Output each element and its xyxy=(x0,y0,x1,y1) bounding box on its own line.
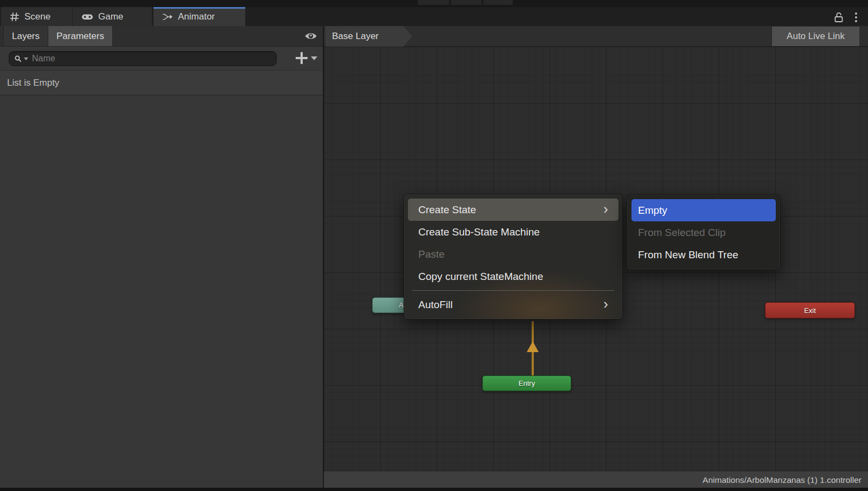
tab-label: Parameters xyxy=(56,31,104,42)
cropped-top-tab xyxy=(483,0,513,5)
window-bottom-edge xyxy=(0,488,868,491)
tab-label: Game xyxy=(98,11,123,22)
breadcrumb-base-layer[interactable]: Base Layer xyxy=(326,26,412,47)
active-tab-accent xyxy=(154,7,245,9)
plus-icon xyxy=(296,52,308,64)
menu-item-autofill[interactable]: AutoFill › xyxy=(408,294,618,316)
search-row xyxy=(0,47,323,71)
submenu-item-from-selected-clip: From Selected Clip xyxy=(631,221,776,244)
state-node-label: A xyxy=(399,301,404,309)
unlocked-padlock-icon[interactable] xyxy=(834,12,844,23)
tab-parameters[interactable]: Parameters xyxy=(48,26,113,46)
menu-item-label: Create Sub-State Machine xyxy=(418,226,540,238)
state-node-label: Exit xyxy=(804,307,816,315)
tab-label: Layers xyxy=(12,31,40,42)
window-top-edge xyxy=(0,0,868,7)
animator-toolbar: Base Layer Auto Live Link xyxy=(324,26,868,47)
menu-item-label: Empty xyxy=(638,205,667,216)
cropped-top-tab xyxy=(451,0,482,5)
menu-item-copy-current-statemachine[interactable]: Copy current StateMachine xyxy=(408,265,618,288)
tab-layers[interactable]: Layers xyxy=(3,26,48,46)
submenu-chevron-icon: › xyxy=(603,202,608,218)
auto-live-link-label: Auto Live Link xyxy=(787,31,845,42)
tab-label: Scene xyxy=(24,11,50,22)
controller-path-label: Animations/ArbolManzanas (1) 1.controlle… xyxy=(703,475,861,485)
editor-tab-bar: Scene Game Animator xyxy=(0,7,868,26)
tab-animator[interactable]: Animator xyxy=(154,7,245,26)
create-state-submenu: Empty From Selected Clip From New Blend … xyxy=(627,194,781,270)
dropdown-caret-icon xyxy=(311,56,317,60)
context-menu: Create State › Create Sub-State Machine … xyxy=(404,194,623,320)
controller-path-statusbar: Animations/ArbolManzanas (1) 1.controlle… xyxy=(324,471,868,488)
tab-label: Animator xyxy=(178,11,215,22)
unity-animator-window: Scene Game Animator xyxy=(0,0,868,491)
kebab-menu-icon[interactable] xyxy=(854,10,858,24)
search-filter-caret-icon[interactable] xyxy=(24,58,28,60)
empty-list-label: List is Empty xyxy=(7,78,59,88)
tab-game[interactable]: Game xyxy=(73,7,152,26)
tab-scene[interactable]: Scene xyxy=(1,7,72,26)
transition-arrowhead-icon xyxy=(527,341,539,352)
window-controls xyxy=(834,8,858,26)
menu-item-create-state[interactable]: Create State › xyxy=(408,199,618,221)
submenu-item-empty[interactable]: Empty xyxy=(631,199,776,221)
state-node-label: Entry xyxy=(519,379,535,387)
state-node-entry[interactable]: Entry xyxy=(482,375,571,391)
gamepad-icon xyxy=(81,12,93,21)
eye-icon xyxy=(304,31,317,41)
menu-item-label: Paste xyxy=(418,248,445,260)
menu-item-label: AutoFill xyxy=(418,299,452,311)
menu-item-label: From Selected Clip xyxy=(638,227,726,239)
search-field[interactable] xyxy=(9,51,277,66)
menu-item-label: From New Blend Tree xyxy=(638,249,738,261)
parameters-panel: List is Empty xyxy=(0,47,323,488)
submenu-item-from-new-blend-tree[interactable]: From New Blend Tree xyxy=(631,244,776,266)
state-node-exit[interactable]: Exit xyxy=(765,302,855,318)
menu-item-paste: Paste xyxy=(408,243,618,265)
visibility-toggle-button[interactable] xyxy=(299,26,323,46)
add-parameter-button[interactable] xyxy=(293,50,320,66)
search-icon xyxy=(14,55,22,63)
cropped-top-tab xyxy=(418,0,449,5)
scene-grid-icon xyxy=(10,12,20,22)
menu-item-label: Copy current StateMachine xyxy=(418,271,543,283)
animator-transition-icon xyxy=(162,12,173,22)
layers-parameters-bar: Layers Parameters xyxy=(0,26,323,47)
submenu-chevron-icon: › xyxy=(603,297,608,313)
menu-item-create-substate-machine[interactable]: Create Sub-State Machine xyxy=(408,221,618,243)
menu-item-label: Create State xyxy=(418,204,476,216)
menu-separator xyxy=(412,290,614,291)
empty-list-message: List is Empty xyxy=(0,71,323,95)
breadcrumb-label: Base Layer xyxy=(332,31,379,41)
auto-live-link-button[interactable]: Auto Live Link xyxy=(771,27,859,46)
search-input[interactable] xyxy=(32,54,271,63)
